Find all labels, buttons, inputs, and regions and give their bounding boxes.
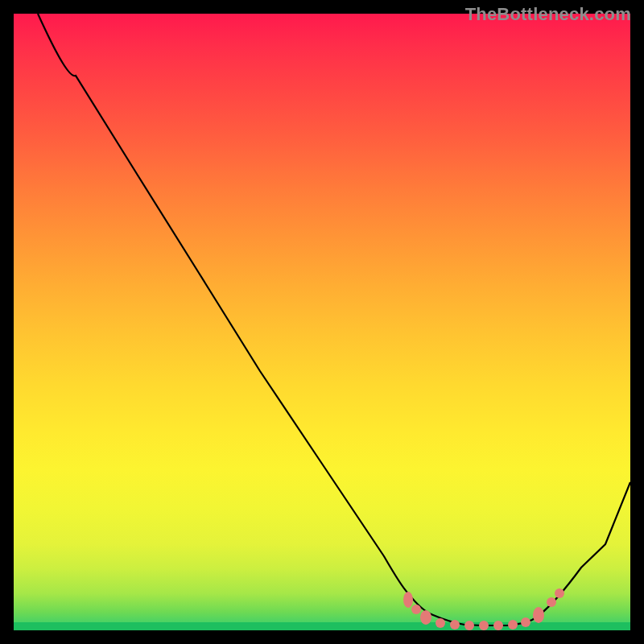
chart-stage: TheBottleneck.com	[0, 0, 644, 644]
plot-area	[14, 14, 630, 630]
bottleneck-curve	[38, 14, 630, 625]
marker-dot	[411, 605, 421, 614]
marker-dot	[420, 610, 431, 625]
marker-dot	[521, 617, 530, 627]
marker-dot	[533, 607, 544, 623]
marker-dot	[547, 597, 556, 607]
marker-dot	[403, 592, 413, 608]
marker-dot	[493, 621, 503, 630]
chart-svg	[14, 14, 630, 630]
marker-dot	[436, 618, 445, 628]
watermark-text: TheBottleneck.com	[465, 4, 631, 25]
marker-dot	[508, 620, 518, 630]
marker-dot	[464, 621, 474, 630]
marker-dot	[555, 588, 564, 598]
baseline-strip	[14, 622, 630, 630]
marker-dot	[479, 621, 489, 630]
marker-dot	[450, 620, 460, 630]
